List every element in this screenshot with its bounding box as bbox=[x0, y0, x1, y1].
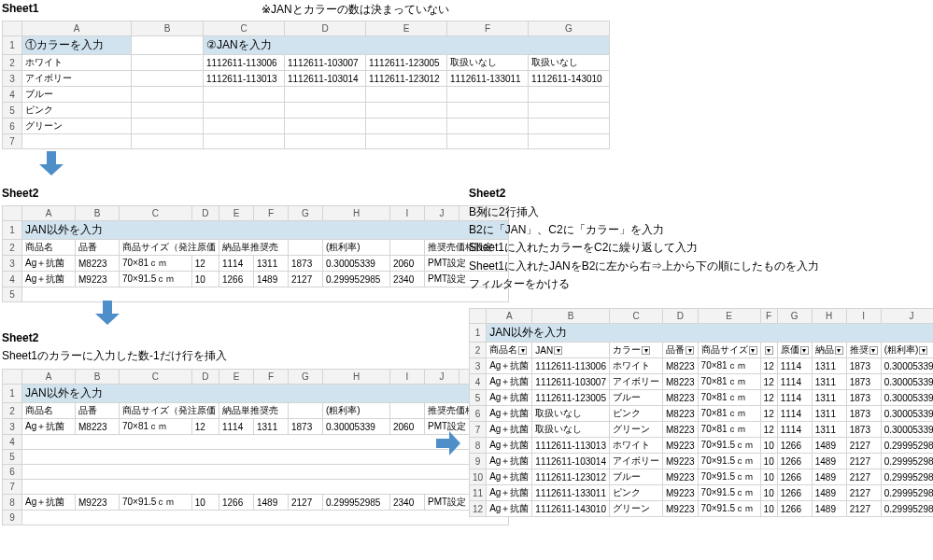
filter-header[interactable]: 推奨▾ bbox=[846, 343, 881, 358]
col-E[interactable]: E bbox=[366, 21, 447, 36]
cell[interactable]: Ag＋抗菌 bbox=[487, 358, 532, 374]
cell[interactable]: 2127 bbox=[846, 469, 881, 485]
cell[interactable]: 10 bbox=[760, 454, 777, 469]
cell[interactable]: 0.30005339 bbox=[881, 358, 933, 374]
cell[interactable]: 1266 bbox=[777, 501, 812, 517]
cell[interactable]: M9223 bbox=[663, 469, 699, 485]
cell[interactable]: ピンク bbox=[610, 406, 663, 422]
cell[interactable]: 70×91.5ｃｍ bbox=[698, 469, 760, 485]
cell[interactable]: 1489 bbox=[812, 501, 846, 517]
cell[interactable]: 1112611-133011 bbox=[532, 485, 610, 501]
cell[interactable]: 0.299952985 bbox=[881, 485, 933, 501]
filter-header[interactable]: 品番▾ bbox=[663, 343, 699, 358]
cell[interactable]: 70×81ｃｍ bbox=[698, 406, 760, 422]
filter-header[interactable]: 商品名▾ bbox=[487, 343, 532, 358]
filter-header[interactable]: (粗利率)▾ bbox=[881, 343, 933, 358]
cell[interactable]: ホワイト bbox=[610, 438, 663, 454]
cell[interactable]: ピンク bbox=[610, 485, 663, 501]
cell[interactable]: Ag＋抗菌 bbox=[487, 422, 532, 438]
cell[interactable]: 1489 bbox=[812, 469, 846, 485]
cell[interactable]: M9223 bbox=[663, 501, 699, 517]
cell[interactable]: 取扱いなし bbox=[532, 406, 610, 422]
cell[interactable]: 2127 bbox=[846, 438, 881, 454]
cell[interactable]: M8223 bbox=[663, 390, 699, 406]
cell[interactable]: ブルー bbox=[610, 469, 663, 485]
cell[interactable]: ホワイト bbox=[22, 55, 132, 71]
cell[interactable]: 0.30005339 bbox=[881, 406, 933, 422]
s1-h1[interactable]: ①カラーを入力 bbox=[22, 36, 132, 55]
cell[interactable]: 1112611-113006 bbox=[532, 358, 610, 374]
cell[interactable]: 12 bbox=[760, 406, 777, 422]
filter-header[interactable]: カラー▾ bbox=[610, 343, 663, 358]
cell[interactable]: 0.30005339 bbox=[881, 390, 933, 406]
cell[interactable]: ブルー bbox=[610, 390, 663, 406]
filter-icon[interactable]: ▾ bbox=[835, 346, 843, 355]
cell[interactable]: 10 bbox=[760, 485, 777, 501]
cell[interactable]: 2127 bbox=[846, 454, 881, 469]
cell[interactable]: 10 bbox=[760, 438, 777, 454]
cell[interactable]: グリーン bbox=[610, 501, 663, 517]
col-F[interactable]: F bbox=[447, 21, 529, 36]
filter-icon[interactable]: ▾ bbox=[869, 346, 878, 355]
col-A[interactable]: A bbox=[22, 21, 132, 36]
cell[interactable]: 1311 bbox=[812, 422, 846, 438]
cell[interactable]: 1112611-103007 bbox=[532, 374, 610, 390]
cell[interactable]: M8223 bbox=[663, 422, 699, 438]
cell[interactable]: 70×91.5ｃｍ bbox=[698, 454, 760, 469]
cell[interactable]: 1311 bbox=[812, 406, 846, 422]
cell[interactable]: M9223 bbox=[663, 485, 699, 501]
cell[interactable]: 1489 bbox=[812, 454, 846, 469]
cell[interactable]: 取扱いなし bbox=[532, 422, 610, 438]
s1-h2[interactable]: ②JANを入力 bbox=[204, 36, 610, 55]
cell[interactable]: 1873 bbox=[846, 374, 881, 390]
cell[interactable]: 0.30005339 bbox=[881, 374, 933, 390]
filter-icon[interactable]: ▾ bbox=[554, 346, 562, 355]
cell[interactable]: グリーン bbox=[610, 422, 663, 438]
filter-icon[interactable]: ▾ bbox=[749, 346, 757, 355]
filter-icon[interactable]: ▾ bbox=[686, 346, 694, 355]
cell[interactable]: 1112611-123005 bbox=[532, 390, 610, 406]
cell[interactable]: 1266 bbox=[777, 454, 812, 469]
cell[interactable]: 1311 bbox=[812, 374, 846, 390]
cell[interactable]: M9223 bbox=[663, 454, 699, 469]
filter-header[interactable]: 商品サイズ▾ bbox=[698, 343, 760, 358]
cell[interactable]: 1114 bbox=[777, 406, 812, 422]
cell[interactable]: 12 bbox=[760, 422, 777, 438]
cell[interactable]: 12 bbox=[760, 390, 777, 406]
cell[interactable]: Ag＋抗菌 bbox=[487, 501, 532, 517]
cell[interactable]: 10 bbox=[760, 501, 777, 517]
cell[interactable]: 1114 bbox=[777, 358, 812, 374]
cell[interactable]: 1114 bbox=[777, 374, 812, 390]
cell[interactable]: 70×91.5ｃｍ bbox=[698, 438, 760, 454]
cell[interactable]: 1489 bbox=[812, 485, 846, 501]
cell[interactable]: 1112611-103014 bbox=[532, 454, 610, 469]
filter-icon[interactable]: ▾ bbox=[800, 346, 809, 355]
cell[interactable]: ホワイト bbox=[610, 358, 663, 374]
cell[interactable]: Ag＋抗菌 bbox=[487, 469, 532, 485]
cell[interactable]: Ag＋抗菌 bbox=[487, 406, 532, 422]
cell[interactable]: 1873 bbox=[846, 358, 881, 374]
cell[interactable]: 0.30005339 bbox=[881, 422, 933, 438]
cell[interactable]: 1112611-143010 bbox=[532, 501, 610, 517]
cell[interactable]: 10 bbox=[760, 469, 777, 485]
cell[interactable]: 1873 bbox=[846, 406, 881, 422]
cell[interactable]: Ag＋抗菌 bbox=[487, 390, 532, 406]
cell[interactable]: 1114 bbox=[777, 422, 812, 438]
cell[interactable]: 70×91.5ｃｍ bbox=[698, 485, 760, 501]
cell[interactable]: 70×91.5ｃｍ bbox=[698, 501, 760, 517]
filter-icon[interactable]: ▾ bbox=[518, 346, 527, 355]
cell[interactable]: Ag＋抗菌 bbox=[487, 374, 532, 390]
filter-header[interactable]: 原価▾ bbox=[777, 343, 812, 358]
cell[interactable]: アイボリー bbox=[610, 374, 663, 390]
cell[interactable]: 1311 bbox=[812, 390, 846, 406]
cell[interactable]: 1873 bbox=[846, 422, 881, 438]
filter-icon[interactable]: ▾ bbox=[765, 346, 773, 355]
cell[interactable]: アイボリー bbox=[610, 454, 663, 469]
cell[interactable]: 1266 bbox=[777, 485, 812, 501]
cell[interactable]: 1266 bbox=[777, 438, 812, 454]
cell[interactable]: 1873 bbox=[846, 390, 881, 406]
cell[interactable]: 70×81ｃｍ bbox=[698, 390, 760, 406]
col-D[interactable]: D bbox=[285, 21, 366, 36]
filter-header[interactable]: ▾ bbox=[760, 343, 777, 358]
cell[interactable]: M8223 bbox=[663, 358, 699, 374]
